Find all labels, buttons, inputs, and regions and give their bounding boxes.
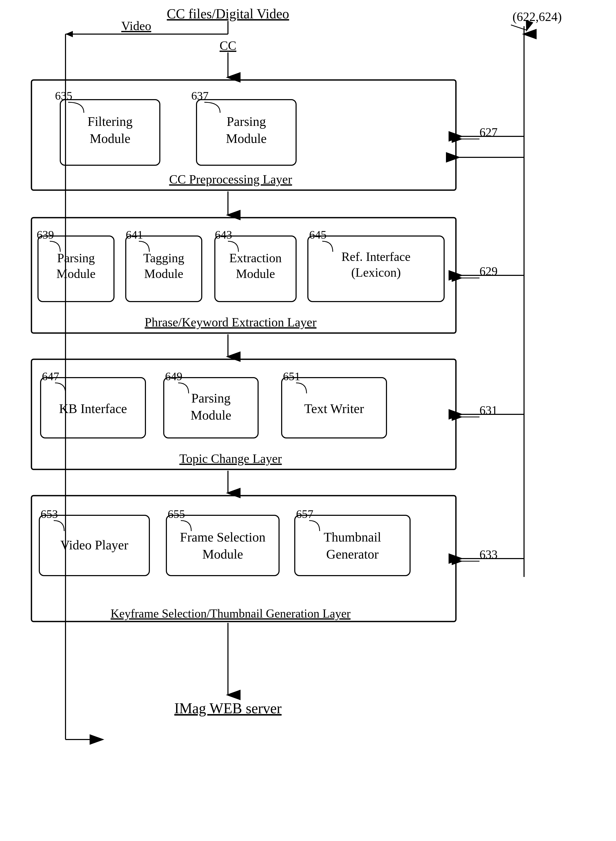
- tagging-module-l2: Tagging: [143, 251, 185, 265]
- extraction-module-l2-2: Module: [236, 267, 275, 281]
- ref-657: 657: [296, 508, 313, 520]
- filtering-module-line2: Module: [89, 131, 131, 146]
- layer2-label: Phrase/Keyword Extraction Layer: [145, 315, 317, 329]
- layer1-label: CC Preprocessing Layer: [169, 172, 292, 186]
- video-label: Video: [121, 19, 151, 33]
- cc-label: CC: [220, 38, 236, 53]
- thumbnail-generator-l4: Thumbnail: [324, 530, 381, 544]
- svg-rect-27: [166, 515, 279, 576]
- kb-interface-l3: KB Interface: [59, 401, 127, 416]
- ref-641: 641: [126, 228, 143, 241]
- ref-interface-l2-2: (Lexicon): [351, 265, 400, 279]
- parsing-module-l2-2: Module: [56, 267, 95, 281]
- ref-631: 631: [480, 404, 497, 417]
- parsing-module-line2-l1: Module: [226, 131, 267, 146]
- layer4-label: Keyframe Selection/Thumbnail Generation …: [111, 607, 351, 620]
- imag-server-label: IMag WEB server: [174, 700, 282, 716]
- ref-629: 629: [480, 265, 497, 278]
- ref-651: 651: [283, 370, 300, 383]
- cc-files-label: CC files/Digital Video: [167, 6, 289, 21]
- parsing-module-line1-l1: Parsing: [227, 114, 266, 129]
- ref-interface-l2: Ref. Interface: [342, 250, 411, 263]
- extraction-module-l2: Extraction: [229, 251, 282, 265]
- filtering-module-line1: Filtering: [88, 114, 133, 129]
- text-writer-l3: Text Writer: [304, 401, 364, 416]
- frame-selection-l4-2: Module: [202, 547, 243, 562]
- ref-622-624: (622,624): [512, 10, 562, 24]
- layer3-label: Topic Change Layer: [179, 451, 282, 466]
- diagram: CC files/Digital Video (622,624) Video C…: [0, 0, 616, 841]
- parsing-module-l2: Parsing: [57, 251, 95, 265]
- ref-627: 627: [480, 126, 497, 139]
- ref-649: 649: [165, 370, 182, 383]
- ref-647: 647: [42, 370, 59, 383]
- video-player-l4: Video Player: [60, 538, 128, 552]
- ref-639: 639: [37, 228, 54, 241]
- ref-653: 653: [41, 508, 58, 520]
- ref-645: 645: [309, 228, 327, 241]
- frame-selection-l4: Frame Selection: [180, 530, 265, 544]
- svg-marker-6: [66, 31, 73, 37]
- ref-655: 655: [168, 508, 185, 520]
- ref-633: 633: [480, 548, 497, 561]
- parsing-module-l3: Parsing: [191, 391, 230, 406]
- svg-rect-25: [31, 495, 456, 622]
- tagging-module-l2-2: Module: [144, 267, 183, 281]
- svg-rect-28: [295, 515, 410, 576]
- thumbnail-generator-l4-2: Generator: [326, 547, 378, 562]
- parsing-module-l3-2: Module: [191, 408, 231, 422]
- ref-643: 643: [215, 228, 232, 241]
